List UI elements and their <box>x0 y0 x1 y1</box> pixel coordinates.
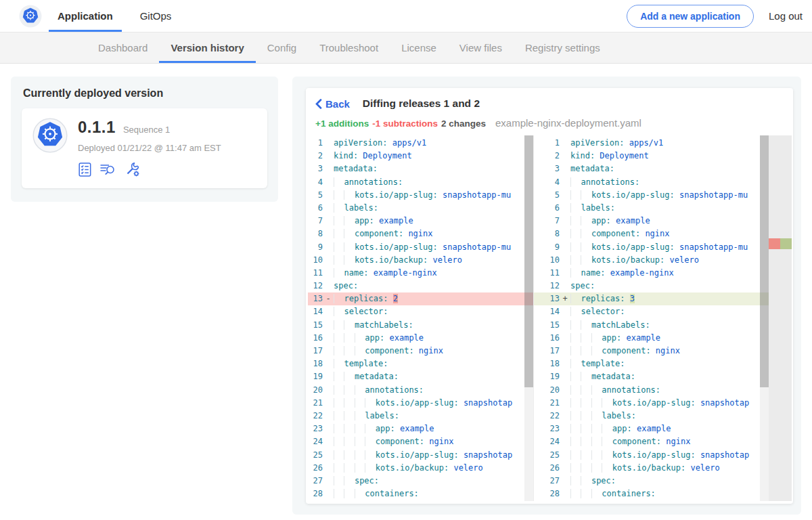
subnav-tab-version-history[interactable]: Version history <box>159 32 255 63</box>
diff-line: 25 kots.io/app-slug: snapshotap <box>308 449 533 462</box>
kubernetes-logo <box>19 0 42 32</box>
code-pane-left: 1apiVersion: apps/v12kind: Deployment3me… <box>308 135 534 501</box>
diff-filename: example-nginx-deployment.yaml <box>495 117 641 129</box>
diff-line: 2kind: Deployment <box>308 150 533 162</box>
subnav-tab-view-files[interactable]: View files <box>448 32 514 63</box>
diff-line: 8 component: nginx <box>308 228 533 240</box>
scrollbar-left-thumb[interactable] <box>524 135 533 387</box>
diff-line: 16 app: example <box>534 332 792 345</box>
wrench-gear-icon[interactable] <box>125 162 141 177</box>
diff-line: 2kind: Deployment <box>534 150 792 162</box>
diff-line: 7 app: example <box>534 215 792 228</box>
additions-count: +1 additions <box>315 118 369 129</box>
diff-line: 22 labels: <box>534 410 792 422</box>
subnav-tab-license[interactable]: License <box>390 32 448 63</box>
diff-line: 10 kots.io/backup: velero <box>534 254 792 267</box>
diff-line: 23 app: example <box>308 422 533 435</box>
diff-line: 13+ replicas: 3 <box>534 292 792 305</box>
diff-line: 3metadata: <box>308 162 533 175</box>
diff-line: 4 annotations: <box>308 176 533 189</box>
deployed-sequence-label: Sequence 1 <box>123 125 170 135</box>
checklist-icon[interactable] <box>78 162 92 177</box>
diff-line: 4 annotations: <box>534 176 792 189</box>
diff-editor: 1apiVersion: apps/v12kind: Deployment3me… <box>308 135 792 501</box>
diff-line: 6 labels: <box>308 202 533 215</box>
diff-line: 18 template: <box>308 358 533 370</box>
main-content: Currently deployed version <box>0 64 812 520</box>
diff-line: 10 kots.io/backup: velero <box>308 254 533 267</box>
diff-line: 11 name: example-nginx <box>534 267 792 280</box>
code-pane-right: 1apiVersion: apps/v12kind: Deployment3me… <box>534 135 792 501</box>
scrollbar-left <box>524 135 533 501</box>
app-subnav: DashboardVersion historyConfigTroublesho… <box>0 32 812 64</box>
diff-line: 21 kots.io/app-slug: snapshotap <box>308 397 533 410</box>
diff-line: 25 kots.io/app-slug: snapshotap <box>534 449 792 462</box>
diff-line: 5 kots.io/app-slug: snapshotapp-mu <box>308 189 533 202</box>
diff-line: 12spec: <box>308 280 533 292</box>
subnav-tab-config[interactable]: Config <box>256 32 308 63</box>
diff-line: 19 metadata: <box>308 370 533 383</box>
diff-line: 17 component: nginx <box>534 345 792 358</box>
subnav-tab-registry-settings[interactable]: Registry settings <box>514 32 612 63</box>
deployed-timestamp: Deployed 01/21/22 @ 11:47 am EST <box>78 143 221 153</box>
view-files-icon[interactable] <box>99 162 117 177</box>
diff-line: 20 annotations: <box>534 384 792 397</box>
diff-title: Diffing releases 1 and 2 <box>363 98 480 110</box>
subtractions-count: -1 subtractions <box>372 118 438 129</box>
diff-line: 7 app: example <box>308 215 533 228</box>
diff-line: 6 labels: <box>534 202 792 215</box>
diff-line: 1apiVersion: apps/v1 <box>308 137 533 150</box>
scrollbar-right <box>760 135 769 501</box>
add-application-button[interactable]: Add a new application <box>627 5 754 28</box>
chevron-left-icon <box>315 99 322 109</box>
diff-line: 15 matchLabels: <box>534 319 792 332</box>
overview-ruler <box>769 135 792 501</box>
top-nav: Application GitOps Add a new application… <box>0 0 812 32</box>
diff-line: 24 component: nginx <box>308 435 533 448</box>
diff-line: 14 selector: <box>534 305 792 318</box>
diff-line: 27 spec: <box>308 475 533 488</box>
diff-line: 28 containers: <box>534 488 792 500</box>
deployed-panel-title: Currently deployed version <box>23 87 267 100</box>
tab-application[interactable]: Application <box>49 0 122 32</box>
diff-card: Back Diffing releases 1 and 2 +1 additio… <box>306 88 793 504</box>
diff-line: 20 annotations: <box>308 384 533 397</box>
diff-line: 1apiVersion: apps/v1 <box>534 137 792 150</box>
diff-line: 13- replicas: 2 <box>308 292 533 305</box>
diff-line: 28 containers: <box>308 488 533 500</box>
back-button[interactable]: Back <box>315 98 350 110</box>
scrollbar-right-thumb[interactable] <box>760 135 769 387</box>
diff-line: 12spec: <box>534 280 792 292</box>
deployed-version-number: 0.1.1 <box>78 118 116 137</box>
tab-gitops[interactable]: GitOps <box>131 0 181 32</box>
diff-line: 26 kots.io/backup: velero <box>308 462 533 475</box>
diff-line: 9 kots.io/app-slug: snapshotapp-mu <box>308 241 533 254</box>
diff-line: 27 spec: <box>534 475 792 488</box>
currently-deployed-panel: Currently deployed version <box>11 77 278 202</box>
diff-line: 11 name: example-nginx <box>308 267 533 280</box>
diff-line: 16 app: example <box>308 332 533 345</box>
ruler-added-marker <box>780 238 792 249</box>
diff-line: 5 kots.io/app-slug: snapshotapp-mu <box>534 189 792 202</box>
changes-count: 2 changes <box>441 118 486 129</box>
subnav-tab-troubleshoot[interactable]: Troubleshoot <box>308 32 390 63</box>
subnav-tab-dashboard[interactable]: Dashboard <box>87 32 159 63</box>
deployed-version-card: 0.1.1 Sequence 1 Deployed 01/21/22 @ 11:… <box>22 108 267 188</box>
diff-panel: Back Diffing releases 1 and 2 +1 additio… <box>292 77 801 515</box>
diff-line: 19 metadata: <box>534 370 792 383</box>
app-kubernetes-icon <box>32 118 68 153</box>
diff-line: 22 labels: <box>308 410 533 422</box>
diff-line: 14 selector: <box>308 305 533 318</box>
ruler-removed-marker <box>769 238 780 249</box>
diff-line: 24 component: nginx <box>534 435 792 448</box>
logout-button[interactable]: Log out <box>769 10 803 22</box>
diff-line: 17 component: nginx <box>308 345 533 358</box>
diff-line: 26 kots.io/backup: velero <box>534 462 792 475</box>
diff-line: 8 component: nginx <box>534 228 792 240</box>
diff-line: 3metadata: <box>534 162 792 175</box>
diff-line: 23 app: example <box>534 422 792 435</box>
diff-stats: +1 additions -1 subtractions 2 changes e… <box>306 111 793 135</box>
diff-line: 9 kots.io/app-slug: snapshotapp-mu <box>534 241 792 254</box>
diff-line: 21 kots.io/app-slug: snapshotap <box>534 397 792 410</box>
diff-line: 15 matchLabels: <box>308 319 533 332</box>
